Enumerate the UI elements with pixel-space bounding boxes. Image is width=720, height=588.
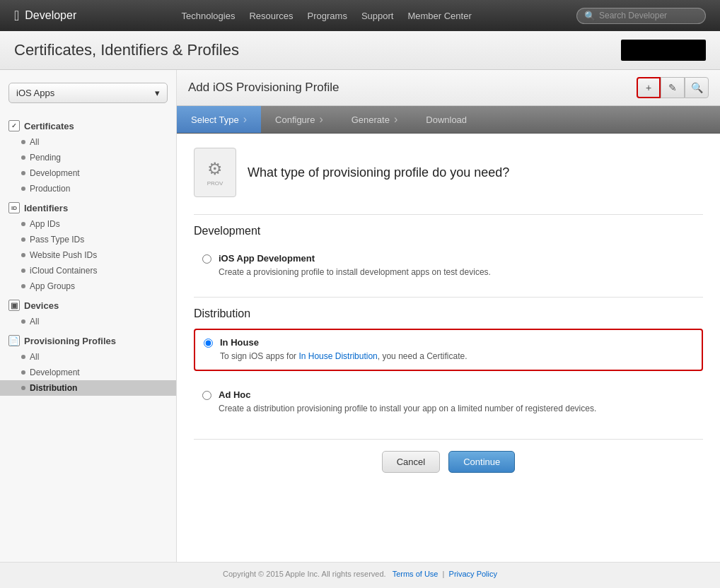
sidebar-item-website-push-ids[interactable]: Website Push IDs — [0, 247, 176, 263]
cancel-button[interactable]: Cancel — [382, 451, 440, 473]
devices-icon: ▣ — [8, 300, 20, 311]
step-bar: Select Type › Configure › Generate › Dow… — [177, 106, 720, 134]
ios-app-development-desc: Create a provisioning profile to install… — [219, 266, 491, 278]
dot-icon — [21, 386, 25, 390]
sidebar-item-app-groups[interactable]: App Groups — [0, 278, 176, 294]
dot-icon — [21, 370, 25, 375]
sidebar-item-certs-development[interactable]: Development — [0, 165, 176, 181]
gear-icon: ⚙ — [207, 159, 223, 179]
nav-links: Technologies Resources Programs Support … — [93, 11, 559, 21]
nav-support[interactable]: Support — [361, 11, 394, 21]
main-layout: iOS Apps ▾ ✓ Certificates All Pending De… — [0, 70, 720, 562]
option-in-house: In House To sign iOS apps for In House D… — [194, 329, 703, 371]
dot-icon — [21, 319, 25, 324]
sidebar-item-profiles-all[interactable]: All — [0, 349, 176, 365]
nav-member-center[interactable]: Member Center — [407, 11, 471, 21]
sidebar-section-identifiers: ID Identifiers — [0, 196, 176, 216]
step-select-type: Select Type › — [177, 106, 261, 133]
dot-icon — [21, 187, 25, 191]
step-arrow-icon: › — [394, 113, 397, 126]
sidebar-platform-dropdown[interactable]: iOS Apps ▾ — [8, 83, 168, 103]
search-button[interactable]: 🔍 — [685, 77, 709, 98]
in-house-distribution-link[interactable]: In House Distribution — [298, 351, 377, 361]
search-input[interactable] — [599, 11, 698, 20]
dropdown-label: iOS Apps — [16, 88, 54, 98]
logo:  Developer — [14, 8, 76, 24]
dot-icon — [21, 253, 25, 257]
sidebar-item-icloud-containers[interactable]: iCloud Containers — [0, 263, 176, 278]
identifiers-label: Identifiers — [24, 203, 68, 213]
logo-text: Developer — [25, 9, 76, 22]
dot-icon — [21, 355, 25, 359]
dot-icon — [21, 140, 25, 144]
dot-icon — [21, 269, 25, 273]
certificates-icon: ✓ — [8, 120, 20, 131]
step-download: Download — [412, 106, 481, 133]
content-title: Add iOS Provisioning Profile — [188, 81, 339, 95]
add-button[interactable]: + — [637, 77, 661, 98]
sidebar-item-certs-all[interactable]: All — [0, 134, 176, 150]
nav-programs[interactable]: Programs — [308, 11, 347, 21]
copyright-text: Copyright © 2015 Apple Inc. All rights r… — [223, 570, 386, 578]
step-generate: Generate › — [337, 106, 412, 133]
sidebar: iOS Apps ▾ ✓ Certificates All Pending De… — [0, 70, 177, 562]
sidebar-section-profiles: 📄 Provisioning Profiles — [0, 329, 176, 349]
sidebar-section-devices: ▣ Devices — [0, 294, 176, 314]
identifiers-icon: ID — [8, 202, 20, 213]
content-header: Add iOS Provisioning Profile + ✎ 🔍 — [177, 70, 720, 106]
search-box[interactable]: 🔍 — [576, 8, 706, 24]
dot-icon — [21, 155, 25, 160]
sidebar-item-profiles-distribution[interactable]: Distribution — [0, 380, 176, 396]
sidebar-item-profiles-development[interactable]: Development — [0, 365, 176, 380]
edit-button[interactable]: ✎ — [661, 77, 685, 98]
prov-label: PROV — [207, 180, 223, 187]
ios-app-development-radio[interactable] — [202, 254, 211, 264]
question-header: ⚙ PROV What type of provisioning profile… — [194, 148, 703, 197]
in-house-desc: To sign iOS apps for In House Distributi… — [220, 350, 468, 363]
development-section-title: Development — [194, 214, 703, 237]
dot-icon — [21, 171, 25, 175]
content-actions: + ✎ 🔍 — [637, 77, 709, 98]
profiles-label: Provisioning Profiles — [24, 336, 116, 346]
prov-profile-icon: ⚙ PROV — [194, 148, 236, 197]
ad-hoc-content: Ad Hoc Create a distribution provisionin… — [219, 389, 596, 415]
in-house-content: In House To sign iOS apps for In House D… — [220, 337, 468, 363]
dot-icon — [21, 284, 25, 288]
sidebar-item-app-ids[interactable]: App IDs — [0, 216, 176, 232]
devices-label: Devices — [24, 300, 59, 311]
privacy-policy-link[interactable]: Privacy Policy — [449, 570, 497, 578]
option-ad-hoc: Ad Hoc Create a distribution provisionin… — [194, 382, 703, 422]
option-ios-app-development: iOS App Development Create a provisionin… — [194, 246, 703, 286]
nav-resources[interactable]: Resources — [249, 11, 293, 21]
chevron-down-icon: ▾ — [155, 88, 160, 98]
footer: Copyright © 2015 Apple Inc. All rights r… — [0, 562, 720, 585]
ad-hoc-radio[interactable] — [202, 391, 211, 400]
ad-hoc-title: Ad Hoc — [219, 389, 596, 400]
page-header: Certificates, Identifiers & Profiles — [0, 31, 720, 70]
nav-technologies[interactable]: Technologies — [182, 11, 236, 21]
step-arrow-icon: › — [243, 113, 247, 126]
apple-logo-icon:  — [14, 8, 19, 24]
sidebar-item-devices-all[interactable]: All — [0, 314, 176, 329]
button-bar: Cancel Continue — [194, 439, 703, 484]
dot-icon — [21, 237, 25, 242]
sidebar-item-certs-pending[interactable]: Pending — [0, 150, 176, 165]
sidebar-item-pass-type-ids[interactable]: Pass Type IDs — [0, 232, 176, 247]
continue-button[interactable]: Continue — [448, 451, 515, 473]
page-title: Certificates, Identifiers & Profiles — [14, 41, 239, 59]
in-house-radio[interactable] — [204, 339, 213, 348]
in-house-title: In House — [220, 337, 468, 348]
profiles-icon: 📄 — [8, 335, 20, 346]
user-badge — [621, 40, 706, 61]
step-arrow-icon: › — [319, 113, 323, 126]
ad-hoc-desc: Create a distribution provisioning profi… — [219, 402, 596, 415]
distribution-section-title: Distribution — [194, 297, 703, 320]
terms-of-use-link[interactable]: Terms of Use — [393, 570, 439, 578]
top-navigation:  Developer Technologies Resources Progr… — [0, 0, 720, 31]
certificates-label: Certificates — [24, 121, 74, 131]
sidebar-item-certs-production[interactable]: Production — [0, 181, 176, 196]
step-configure: Configure › — [261, 106, 337, 133]
ios-app-development-title: iOS App Development — [219, 253, 491, 264]
ios-app-development-content: iOS App Development Create a provisionin… — [219, 253, 491, 278]
content-body: ⚙ PROV What type of provisioning profile… — [177, 134, 720, 562]
